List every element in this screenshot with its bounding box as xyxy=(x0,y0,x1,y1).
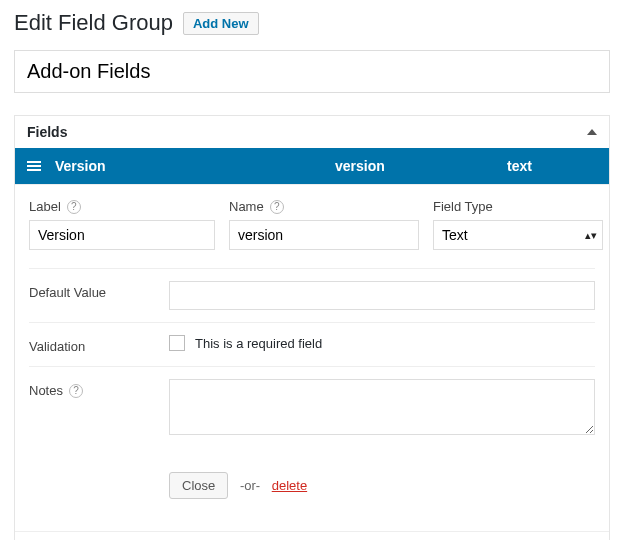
field-header-row[interactable]: Version version text xyxy=(15,148,609,184)
default-value-label: Default Value xyxy=(29,285,106,300)
label-input[interactable] xyxy=(29,220,215,250)
fields-panel: Fields Version version text Label ? Name… xyxy=(14,115,610,540)
fields-panel-header[interactable]: Fields xyxy=(15,116,609,148)
help-icon[interactable]: ? xyxy=(270,200,284,214)
field-header-type: text xyxy=(507,158,597,174)
field-edit-body: Label ? Name ? Field Type Text xyxy=(15,184,609,531)
help-icon[interactable]: ? xyxy=(67,200,81,214)
close-button[interactable]: Close xyxy=(169,472,228,499)
required-checkbox[interactable] xyxy=(169,335,185,351)
help-icon[interactable]: ? xyxy=(69,384,83,398)
delete-link[interactable]: delete xyxy=(272,478,307,493)
collapse-icon xyxy=(587,129,597,135)
page-title: Edit Field Group xyxy=(14,10,173,36)
name-input[interactable] xyxy=(229,220,419,250)
fields-panel-title: Fields xyxy=(27,124,67,140)
default-value-input[interactable] xyxy=(169,281,595,310)
field-header-label: Version xyxy=(55,158,335,174)
label-label: Label xyxy=(29,199,61,214)
field-type-select[interactable]: Text xyxy=(433,220,603,250)
field-header-name: version xyxy=(335,158,507,174)
add-new-button[interactable]: Add New xyxy=(183,12,259,35)
group-title-input[interactable] xyxy=(14,50,610,93)
field-row[interactable]: Last Updated last_updated date xyxy=(15,531,609,540)
name-label: Name xyxy=(229,199,264,214)
required-text: This is a required field xyxy=(195,336,322,351)
drag-handle-icon[interactable] xyxy=(27,159,41,173)
validation-label: Validation xyxy=(29,339,85,354)
notes-label: Notes xyxy=(29,383,63,398)
notes-textarea[interactable] xyxy=(169,379,595,435)
field-type-label: Field Type xyxy=(433,199,493,214)
or-text: -or- xyxy=(240,478,260,493)
